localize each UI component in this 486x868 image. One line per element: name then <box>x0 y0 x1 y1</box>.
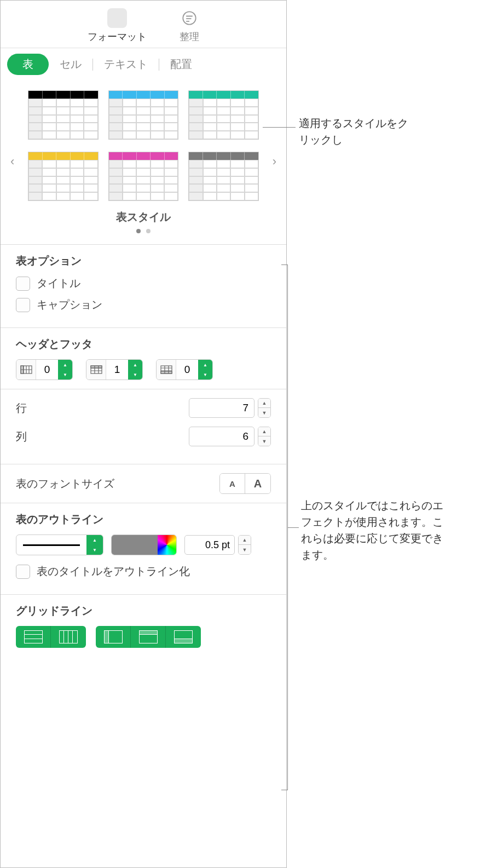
subtab-text[interactable]: テキスト <box>93 54 159 75</box>
top-tabs: フォーマット 整理 <box>1 1 286 48</box>
header-rows-value: 1 <box>106 364 128 376</box>
styles-title: 表スタイル <box>28 210 259 225</box>
table-style-thumb[interactable] <box>108 90 179 140</box>
outline-section: 表のアウトライン ▲▼ ▲▼ 表のタイトルをアウトライン化 <box>1 503 286 594</box>
font-size-section: 表のフォントサイズ A A <box>1 464 286 503</box>
svg-rect-6 <box>161 371 172 373</box>
gridline-body-h-button[interactable] <box>16 626 51 648</box>
header-rows-stepper[interactable]: 1 ▲▼ <box>86 359 143 380</box>
color-swatch[interactable] <box>112 535 158 555</box>
gridline-body-v-button[interactable] <box>51 626 86 648</box>
sub-tabs: 表 セル テキスト 配置 <box>1 48 286 78</box>
tab-organize-label: 整理 <box>180 30 199 43</box>
pt-stepper[interactable]: ▲▼ <box>238 535 251 555</box>
stepper-buttons[interactable]: ▲▼ <box>86 535 103 555</box>
gridline-header-row-button[interactable] <box>131 626 166 648</box>
outline-pt-input[interactable] <box>184 535 235 555</box>
footer-rows-stepper[interactable]: 0 ▲▼ <box>156 359 213 380</box>
rows-label: 行 <box>16 401 27 416</box>
table-style-thumb[interactable] <box>28 90 99 140</box>
table-style-thumb[interactable] <box>188 152 259 201</box>
tab-format-label: フォーマット <box>88 30 147 43</box>
cols-stepper[interactable]: ▲▼ <box>258 427 271 446</box>
header-cols-stepper[interactable]: 0 ▲▼ <box>16 359 73 380</box>
color-wheel-icon[interactable] <box>158 535 176 555</box>
outline-title: 表のアウトライン <box>16 512 271 527</box>
outline-title-checkbox[interactable] <box>16 565 30 579</box>
font-smaller-button[interactable]: A <box>220 474 245 493</box>
subtab-table[interactable]: 表 <box>7 54 49 75</box>
gridlines-title: グリッドライン <box>16 603 271 618</box>
caption-checkbox[interactable] <box>16 298 30 312</box>
font-larger-button[interactable]: A <box>245 474 270 493</box>
format-panel: フォーマット 整理 表 セル テキスト 配置 ‹ › 表スタイル 表オプション … <box>0 0 287 868</box>
footer-rows-value: 0 <box>176 364 198 376</box>
caption-checkbox-label: キャプション <box>37 297 102 312</box>
header-cols-icon <box>16 360 36 380</box>
subtab-arrange[interactable]: 配置 <box>159 54 203 75</box>
dot[interactable] <box>136 229 141 233</box>
svg-point-0 <box>183 12 195 24</box>
styles-next-button[interactable]: › <box>268 150 281 173</box>
title-checkbox-label: タイトル <box>37 276 80 291</box>
callout-style-click: 適用するスタイルをクリックし <box>299 115 408 148</box>
cols-label: 列 <box>16 429 27 444</box>
table-style-thumb[interactable] <box>28 152 99 201</box>
options-title: 表オプション <box>16 254 271 268</box>
stepper-buttons[interactable]: ▲▼ <box>128 360 142 380</box>
stepper-buttons[interactable]: ▲▼ <box>198 360 212 380</box>
font-size-label: 表のフォントサイズ <box>16 476 114 491</box>
title-checkbox[interactable] <box>16 277 30 291</box>
stepper-buttons[interactable]: ▲▼ <box>58 360 72 380</box>
cols-input[interactable] <box>189 427 254 446</box>
styles-prev-button[interactable]: ‹ <box>6 150 19 173</box>
hf-title: ヘッダとフッタ <box>16 337 271 352</box>
annotations: 適用するスタイルをクリックし 上のスタイルではこれらのエフェクトが使用されます。… <box>287 0 486 868</box>
outline-style-select[interactable]: ▲▼ <box>16 534 103 555</box>
headers-footers-section: ヘッダとフッタ 0 ▲▼ 1 ▲▼ 0 ▲▼ <box>1 327 286 389</box>
table-style-thumb[interactable] <box>108 152 179 201</box>
rows-input[interactable] <box>189 398 254 418</box>
page-dots <box>28 229 259 233</box>
header-cols-value: 0 <box>36 364 58 376</box>
subtab-cell[interactable]: セル <box>49 54 92 75</box>
gridline-header-col-button[interactable] <box>96 626 131 648</box>
brush-icon <box>107 8 127 28</box>
organize-icon <box>180 8 199 28</box>
table-styles-section: ‹ › 表スタイル <box>1 78 286 244</box>
outline-color-well[interactable] <box>111 534 177 555</box>
rows-stepper[interactable]: ▲▼ <box>258 398 271 418</box>
gridlines-section: グリッドライン <box>1 594 286 657</box>
tab-format[interactable]: フォーマット <box>88 8 147 43</box>
dimensions-section: 行 ▲▼ 列 ▲▼ <box>1 389 286 464</box>
dot[interactable] <box>146 229 151 233</box>
header-rows-icon <box>86 360 106 380</box>
table-style-thumb[interactable] <box>188 90 259 140</box>
outline-title-label: 表のタイトルをアウトライン化 <box>37 564 190 579</box>
tab-organize[interactable]: 整理 <box>180 8 199 43</box>
gridline-footer-row-button[interactable] <box>166 626 201 648</box>
callout-effects: 上のスタイルではこれらのエフェクトが使用されます。これらは必要に応じて変更できま… <box>301 497 443 563</box>
footer-rows-icon <box>157 360 176 380</box>
table-options-section: 表オプション タイトル キャプション <box>1 244 286 327</box>
